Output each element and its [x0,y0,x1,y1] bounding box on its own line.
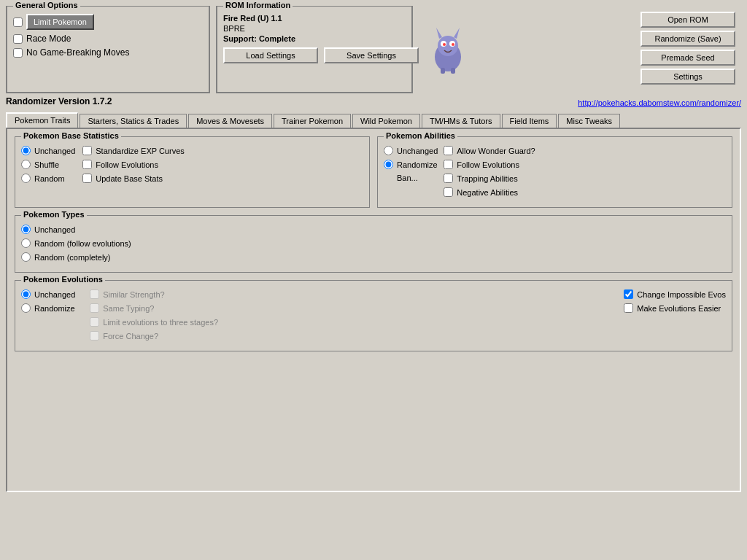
tab-tm-hms[interactable]: TM/HMs & Tutors [422,114,500,128]
similar-strength-checkbox[interactable] [90,289,99,299]
evo-unchanged-radio[interactable] [21,289,31,299]
update-base-stats-label: Update Base Stats [96,174,163,183]
types-unchanged-radio[interactable] [21,225,31,234]
force-change-checkbox[interactable] [90,331,99,341]
types-random-completely-radio[interactable] [21,252,31,262]
svg-point-6 [443,43,446,46]
types-group: Pokemon Types Unchanged Random (follow e… [15,215,732,273]
general-options-group: General Options Limit Pokemon Race Mode … [6,6,210,93]
abilities-follow-evo-checkbox[interactable] [444,160,453,169]
types-random-follow-row: Random (follow evolutions) [21,238,726,248]
tab-misc-tweaks[interactable]: Misc Tweaks [558,114,620,128]
abilities-unchanged-label: Unchanged [397,147,438,155]
abilities-unchanged-radio[interactable] [384,146,393,155]
abilities-follow-evo-row: Follow Evolutions [444,160,535,169]
evo-right-checks: Change Impossible Evos Make Evolutions E… [624,289,726,345]
negative-label: Negative Abilities [457,188,518,197]
limit-three-checkbox[interactable] [90,317,99,327]
change-impossible-checkbox[interactable] [624,289,633,299]
negative-row: Negative Abilities [444,187,535,197]
make-easier-checkbox[interactable] [624,303,633,313]
no-game-breaking-checkbox[interactable] [13,48,23,58]
stats-follow-evo-checkbox[interactable] [82,160,92,169]
abilities-unchanged-row: Unchanged [384,146,438,155]
tab-content-pokemon-traits: Pokemon Base Statistics Unchanged Shuffl… [6,128,741,492]
abilities-inner: Unchanged Randomize Ban... A [384,146,726,201]
stats-abilities-row: Pokemon Base Statistics Unchanged Shuffl… [15,136,732,208]
tab-wild-pokemon[interactable]: Wild Pokemon [352,114,420,128]
evo-randomize-radio[interactable] [21,303,31,313]
limit-pokemon-checkbox[interactable] [13,18,23,27]
stats-random-radio[interactable] [21,174,31,183]
evo-middle-checks: Similar Strength? Same Typing? Limit evo… [90,289,218,345]
tab-moves-movesets[interactable]: Moves & Movesets [188,114,272,128]
evo-unchanged-row: Unchanged [21,289,75,299]
limit-three-row: Limit evolutions to three stages? [90,317,218,327]
standardize-exp-checkbox[interactable] [82,146,92,155]
negative-checkbox[interactable] [444,187,453,197]
rom-info-title: ROM Information [223,1,293,9]
similar-strength-label: Similar Strength? [103,290,164,299]
evolutions-title: Pokemon Evolutions [21,275,105,284]
rom-line-1: Fire Red (U) 1.1 [223,14,406,23]
load-settings-button[interactable]: Load Settings [223,47,318,63]
make-easier-row: Make Evolutions Easier [624,303,726,313]
allow-wonder-label: Allow Wonder Guard? [457,147,535,155]
abilities-radios: Unchanged Randomize Ban... [384,146,438,201]
top-area: General Options Limit Pokemon Race Mode … [6,6,741,93]
types-unchanged-label: Unchanged [34,225,75,234]
trapping-checkbox[interactable] [444,174,453,183]
save-settings-button[interactable]: Save Settings [324,47,419,63]
evolutions-inner: Unchanged Randomize Similar Strength? [21,289,726,345]
randomize-save-button[interactable]: Randomize (Save) [640,31,735,47]
open-rom-button[interactable]: Open ROM [640,12,735,28]
stats-unchanged-label: Unchanged [34,147,75,155]
allow-wonder-checkbox[interactable] [444,146,453,155]
premade-seed-button[interactable]: Premade Seed [640,50,735,66]
top-left-panels: General Options Limit Pokemon Race Mode … [6,6,741,93]
update-base-stats-checkbox[interactable] [82,174,92,183]
svg-point-1 [438,36,458,56]
version-text: Randomizer Version 1.7.2 [6,96,112,106]
svg-marker-2 [436,28,442,39]
change-impossible-row: Change Impossible Evos [624,289,726,299]
stats-unchanged-radio[interactable] [21,146,31,155]
same-typing-checkbox[interactable] [90,303,99,313]
evo-unchanged-label: Unchanged [34,290,75,299]
allow-wonder-row: Allow Wonder Guard? [444,146,535,155]
no-game-breaking-row: No Game-Breaking Moves [13,47,203,58]
same-typing-label: Same Typing? [103,304,154,313]
limit-three-label: Limit evolutions to three stages? [103,318,218,327]
types-unchanged-row: Unchanged [21,225,726,234]
general-options-title: General Options [13,1,80,9]
similar-strength-row: Similar Strength? [90,289,218,299]
rom-line-2: BPRE [223,24,406,33]
url-link[interactable]: http://pokehacks.dabomstew.com/randomize… [578,98,741,107]
make-easier-label: Make Evolutions Easier [637,304,721,313]
abilities-ban-row: Ban... [384,174,438,182]
stats-shuffle-radio[interactable] [21,160,31,169]
stats-random-row: Random [21,174,75,183]
types-random-follow-radio[interactable] [21,238,31,248]
tab-starters-statics[interactable]: Starters, Statics & Trades [80,114,187,128]
svg-marker-3 [454,28,460,39]
base-statistics-group: Pokemon Base Statistics Unchanged Shuffl… [15,136,370,208]
limit-pokemon-row: Limit Pokemon [13,14,203,30]
abilities-randomize-row: Randomize [384,160,438,169]
race-mode-checkbox[interactable] [13,34,23,44]
stats-radios: Unchanged Shuffle Random [21,146,75,187]
limit-pokemon-button[interactable]: Limit Pokemon [26,14,94,30]
abilities-randomize-radio[interactable] [384,160,393,169]
stats-unchanged-row: Unchanged [21,146,75,155]
top-right-buttons: Open ROM Randomize (Save) Premade Seed S… [640,12,735,85]
stats-random-label: Random [34,174,65,183]
tab-trainer-pokemon[interactable]: Trainer Pokemon [274,114,351,128]
settings-button[interactable]: Settings [640,69,735,85]
stats-shuffle-label: Shuffle [34,160,59,169]
pokemon-sprite [426,24,470,75]
types-random-completely-row: Random (completely) [21,252,726,262]
tab-pokemon-traits[interactable]: Pokemon Traits [6,112,78,128]
version-row: Randomizer Version 1.7.2 http://pokehack… [6,96,741,109]
types-random-follow-label: Random (follow evolutions) [34,239,131,248]
tab-field-items[interactable]: Field Items [502,114,557,128]
